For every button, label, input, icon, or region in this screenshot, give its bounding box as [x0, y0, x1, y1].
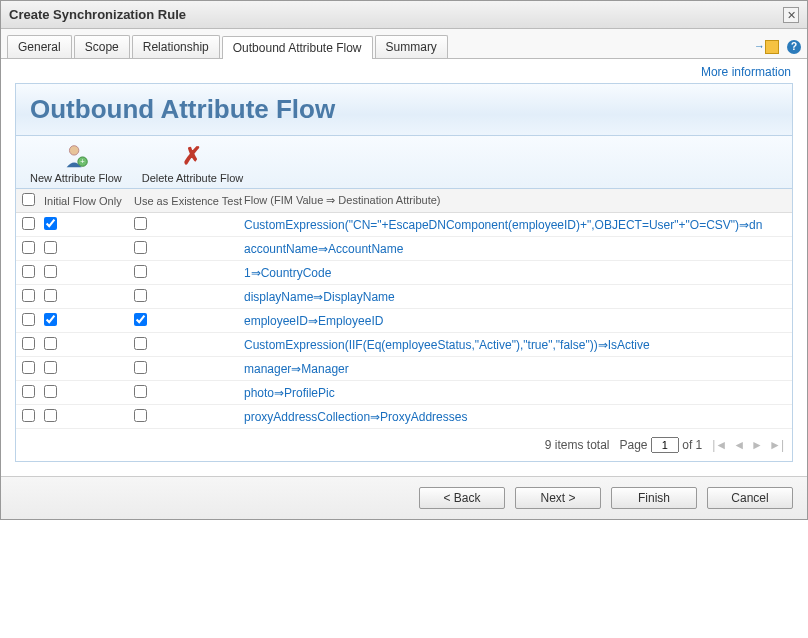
row-select-cell	[16, 285, 38, 309]
tab-summary[interactable]: Summary	[375, 35, 448, 58]
initial-flow-only-checkbox[interactable]	[44, 385, 57, 398]
flow-link[interactable]: CustomExpression(IIF(Eq(employeeStatus,"…	[238, 333, 792, 357]
use-as-existence-test-checkbox[interactable]	[134, 313, 147, 326]
use-as-existence-test-checkbox[interactable]	[134, 361, 147, 374]
footer: < Back Next > Finish Cancel	[1, 476, 807, 519]
row-select-cell	[16, 309, 38, 333]
flow-link[interactable]: CustomExpression("CN="+EscapeDNComponent…	[238, 213, 792, 237]
initial-flow-only-checkbox[interactable]	[44, 265, 57, 278]
pager-of-label: of 1	[682, 438, 702, 452]
more-info-bar: More information	[1, 59, 807, 83]
finish-button[interactable]: Finish	[611, 487, 697, 509]
next-button[interactable]: Next >	[515, 487, 601, 509]
tab-scope[interactable]: Scope	[74, 35, 130, 58]
use-as-existence-test-checkbox[interactable]	[134, 241, 147, 254]
use-as-existence-test-checkbox[interactable]	[134, 265, 147, 278]
clipboard-icon[interactable]	[765, 40, 779, 54]
row-select-cell	[16, 237, 38, 261]
flow-link[interactable]: proxyAddressCollection⇒ProxyAddresses	[238, 405, 792, 429]
flow-link[interactable]: manager⇒Manager	[238, 357, 792, 381]
pager-page-input[interactable]	[651, 437, 679, 453]
initial-flow-only-cell	[38, 237, 128, 261]
close-icon[interactable]: ✕	[783, 7, 799, 23]
initial-flow-only-checkbox[interactable]	[44, 409, 57, 422]
delete-x-icon: ✗	[176, 142, 208, 170]
row-select-cell	[16, 405, 38, 429]
window-title: Create Synchronization Rule	[9, 7, 186, 22]
row-select-cell	[16, 357, 38, 381]
cancel-button[interactable]: Cancel	[707, 487, 793, 509]
col-flow: Flow (FIM Value ⇒ Destination Attribute)	[238, 189, 792, 213]
initial-flow-only-checkbox[interactable]	[44, 289, 57, 302]
table-row[interactable]: accountName⇒AccountName	[16, 237, 792, 261]
use-as-existence-test-checkbox[interactable]	[134, 385, 147, 398]
back-button[interactable]: < Back	[419, 487, 505, 509]
table-row[interactable]: proxyAddressCollection⇒ProxyAddresses	[16, 405, 792, 429]
svg-text:+: +	[80, 157, 85, 166]
new-attribute-flow-button[interactable]: + New Attribute Flow	[30, 142, 122, 184]
tab-relationship[interactable]: Relationship	[132, 35, 220, 58]
use-as-existence-test-cell	[128, 381, 238, 405]
initial-flow-only-cell	[38, 405, 128, 429]
flow-link[interactable]: displayName⇒DisplayName	[238, 285, 792, 309]
initial-flow-only-cell	[38, 285, 128, 309]
initial-flow-only-cell	[38, 333, 128, 357]
attribute-flow-table: Initial Flow Only Use as Existence Test …	[16, 189, 792, 429]
row-select-checkbox[interactable]	[22, 409, 35, 422]
use-as-existence-test-cell	[128, 357, 238, 381]
use-as-existence-test-checkbox[interactable]	[134, 409, 147, 422]
table-row[interactable]: 1⇒CountryCode	[16, 261, 792, 285]
row-select-checkbox[interactable]	[22, 241, 35, 254]
initial-flow-only-checkbox[interactable]	[44, 361, 57, 374]
table-row[interactable]: photo⇒ProfilePic	[16, 381, 792, 405]
panel-title: Outbound Attribute Flow	[30, 94, 778, 125]
initial-flow-only-cell	[38, 381, 128, 405]
pager-prev-icon[interactable]: ◄	[733, 438, 745, 452]
table-row[interactable]: CustomExpression(IIF(Eq(employeeStatus,"…	[16, 333, 792, 357]
tab-general[interactable]: General	[7, 35, 72, 58]
use-as-existence-test-checkbox[interactable]	[134, 217, 147, 230]
flow-link[interactable]: accountName⇒AccountName	[238, 237, 792, 261]
table-row[interactable]: manager⇒Manager	[16, 357, 792, 381]
use-as-existence-test-checkbox[interactable]	[134, 337, 147, 350]
pager-next-icon[interactable]: ►	[751, 438, 763, 452]
panel: Outbound Attribute Flow + New Attribute …	[15, 83, 793, 462]
tabrow-actions: ?	[765, 40, 801, 58]
tab-outbound-attribute-flow[interactable]: Outbound Attribute Flow	[222, 36, 373, 59]
use-as-existence-test-cell	[128, 309, 238, 333]
pager-page-label: Page	[619, 438, 647, 452]
pager-first-icon[interactable]: |◄	[712, 438, 727, 452]
initial-flow-only-cell	[38, 309, 128, 333]
row-select-checkbox[interactable]	[22, 385, 35, 398]
flow-link[interactable]: photo⇒ProfilePic	[238, 381, 792, 405]
row-select-cell	[16, 261, 38, 285]
row-select-checkbox[interactable]	[22, 265, 35, 278]
initial-flow-only-checkbox[interactable]	[44, 313, 57, 326]
initial-flow-only-checkbox[interactable]	[44, 217, 57, 230]
table-row[interactable]: CustomExpression("CN="+EscapeDNComponent…	[16, 213, 792, 237]
row-select-checkbox[interactable]	[22, 289, 35, 302]
help-icon[interactable]: ?	[787, 40, 801, 54]
table-row[interactable]: displayName⇒DisplayName	[16, 285, 792, 309]
row-select-cell	[16, 213, 38, 237]
row-select-checkbox[interactable]	[22, 313, 35, 326]
table-row[interactable]: employeeID⇒EmployeeID	[16, 309, 792, 333]
row-select-checkbox[interactable]	[22, 361, 35, 374]
initial-flow-only-checkbox[interactable]	[44, 241, 57, 254]
col-use-as-existence-test: Use as Existence Test	[128, 189, 238, 213]
pager-total: 9 items total	[545, 438, 610, 452]
toolbar-label: Delete Attribute Flow	[142, 172, 244, 184]
initial-flow-only-checkbox[interactable]	[44, 337, 57, 350]
row-select-checkbox[interactable]	[22, 337, 35, 350]
pager: 9 items total Page of 1 |◄ ◄ ► ►|	[16, 429, 792, 461]
use-as-existence-test-checkbox[interactable]	[134, 289, 147, 302]
more-information-link[interactable]: More information	[701, 65, 791, 79]
delete-attribute-flow-button[interactable]: ✗ Delete Attribute Flow	[142, 142, 244, 184]
flow-link[interactable]: 1⇒CountryCode	[238, 261, 792, 285]
flow-link[interactable]: employeeID⇒EmployeeID	[238, 309, 792, 333]
svg-point-0	[69, 146, 78, 155]
initial-flow-only-cell	[38, 357, 128, 381]
pager-last-icon[interactable]: ►|	[769, 438, 784, 452]
select-all-checkbox[interactable]	[22, 193, 35, 206]
row-select-checkbox[interactable]	[22, 217, 35, 230]
